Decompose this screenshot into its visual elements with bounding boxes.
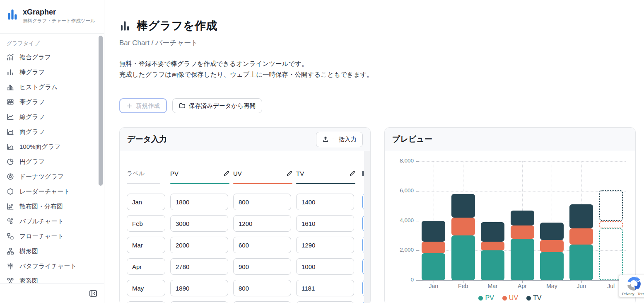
bar-segment-pv[interactable] [540, 252, 564, 280]
bulk-input-button[interactable]: 一括入力 [316, 132, 363, 147]
bar-segment-tv[interactable] [481, 222, 504, 241]
row-value-input[interactable] [296, 215, 354, 232]
data-input-panel: データ入力 一括入力 ラベルPVUVTV [119, 127, 371, 303]
bar-segment-tv[interactable] [540, 223, 564, 240]
row-value-input[interactable] [296, 194, 354, 210]
area-chart-icon [7, 128, 14, 136]
tree-diagram-icon [7, 247, 14, 255]
butterfly-chart-icon [7, 262, 14, 270]
sidebar-item-band-chart[interactable]: 帯グラフ [0, 95, 104, 109]
edit-pencil-icon[interactable] [349, 170, 355, 177]
row-label-input[interactable] [127, 280, 165, 296]
resume-saved-data-button[interactable]: 保存済みデータから再開 [172, 98, 262, 113]
sidebar-item-label: レーダーチャート [19, 188, 70, 196]
sidebar-item-label: 100%面グラフ [19, 143, 60, 151]
bar-segment-uv[interactable] [569, 228, 593, 245]
chart-legend: PVUVTV [385, 294, 635, 302]
row-label-input[interactable] [127, 258, 165, 275]
row-value-input[interactable] [170, 258, 228, 275]
sidebar-item-butterfly-chart[interactable]: バタフライチャート [0, 259, 104, 274]
bar-segment-uv[interactable] [481, 242, 504, 251]
row-label-input[interactable] [127, 194, 165, 210]
sidebar-item-bubble-chart[interactable]: バブルチャート [0, 214, 104, 229]
band-chart-icon [7, 98, 14, 106]
column-header-series: UV [233, 170, 292, 177]
bar-segment-tv[interactable] [569, 204, 593, 228]
row-value-input[interactable] [170, 280, 228, 296]
bar-segment-uv[interactable] [540, 240, 564, 252]
preview-panel: プレビュー 02,0004,0006,0008,000JanFebMarAprM… [384, 127, 636, 303]
sidebar-collapse-button[interactable] [89, 289, 97, 298]
new-chart-button[interactable]: 新規作成 [119, 98, 167, 113]
row-value-input[interactable] [296, 301, 354, 303]
recaptcha-privacy-terms[interactable]: Privacy - Terms [622, 292, 644, 296]
sidebar-item-label: 散布図・分布図 [19, 203, 63, 211]
edit-pencil-icon[interactable] [286, 170, 292, 177]
description-line-1: 無料・登録不要で棒グラフを作成できるオンラインツールです。 [119, 58, 373, 69]
x-axis-label: Apr [510, 283, 535, 289]
recaptcha-badge[interactable]: Privacy - Terms [619, 275, 644, 297]
sidebar-item-bar-chart[interactable]: 棒グラフ [0, 65, 104, 80]
legend-item: TV [526, 294, 541, 302]
sidebar-item-area-100-chart[interactable]: 100%面グラフ [0, 139, 104, 154]
sidebar-item-label: フローチャート [19, 233, 64, 240]
row-label-input[interactable] [127, 301, 165, 303]
row-value-input[interactable] [296, 258, 354, 275]
sidebar-item-combo-chart[interactable]: 複合グラフ [0, 50, 104, 65]
sidebar-item-histogram[interactable]: ヒストグラム [0, 80, 104, 95]
bar-segment-uv[interactable] [422, 242, 445, 254]
bar-segment-uv[interactable] [451, 218, 475, 235]
row-value-input[interactable] [170, 301, 228, 303]
x-axis-label: Jun [569, 283, 594, 289]
preview-panel-title: プレビュー [392, 134, 432, 145]
sidebar-item-label: 円グラフ [19, 158, 45, 166]
edit-pencil-icon[interactable] [223, 170, 229, 177]
bar-segment-pv[interactable] [481, 250, 504, 280]
sidebar-item-pie-chart[interactable]: 円グラフ [0, 154, 104, 169]
column-header-series: PV [170, 170, 229, 177]
y-axis-tick [416, 250, 419, 251]
row-value-input[interactable] [233, 215, 291, 232]
flow-chart-icon [7, 233, 14, 240]
bar-segment-uv[interactable] [511, 225, 534, 239]
sidebar-item-scatter-plot[interactable]: 散布図・分布図 [0, 199, 104, 214]
data-table-scrollbar[interactable] [364, 151, 370, 303]
bar-segment-tv[interactable] [511, 211, 534, 225]
row-value-input[interactable] [170, 215, 228, 232]
sidebar-item-tree-diagram[interactable]: 樹形図 [0, 244, 104, 259]
sidebar-item-line-chart[interactable]: 線グラフ [0, 109, 104, 124]
row-value-input[interactable] [233, 301, 291, 303]
clipped-column-fragment [362, 171, 364, 176]
row-value-input[interactable] [296, 280, 354, 296]
bar-segment-pv[interactable] [511, 239, 534, 280]
sidebar-item-flow-chart[interactable]: フローチャート [0, 229, 104, 244]
row-label-input[interactable] [127, 237, 165, 253]
row-value-input[interactable] [233, 258, 291, 275]
bar-segment-pv[interactable] [599, 228, 623, 280]
legend-label: PV [485, 294, 494, 302]
histogram-icon [7, 83, 14, 91]
row-value-input[interactable] [233, 237, 291, 253]
row-value-input[interactable] [296, 237, 354, 253]
legend-item: UV [502, 294, 518, 302]
bar-segment-tv[interactable] [599, 190, 623, 221]
sidebar-item-radar-chart[interactable]: レーダーチャート [0, 184, 104, 199]
bar-segment-uv[interactable] [599, 221, 623, 228]
sidebar-scrollbar[interactable] [99, 36, 103, 186]
bar-segment-tv[interactable] [451, 194, 475, 218]
row-value-input[interactable] [170, 237, 228, 253]
row-value-input[interactable] [233, 194, 291, 210]
bar-segment-pv[interactable] [451, 235, 475, 280]
sidebar-item-donut-chart[interactable]: ドーナツグラフ [0, 169, 104, 184]
app-logo[interactable]: xGrapher 無料グラフ・チャート作成ツール [0, 0, 104, 34]
row-label-input[interactable] [127, 215, 165, 232]
page-title: 棒グラフを作成 [137, 18, 217, 33]
bar-segment-pv[interactable] [569, 245, 593, 280]
row-value-input[interactable] [170, 194, 228, 210]
row-value-input[interactable] [233, 280, 291, 296]
sidebar-item-area-chart[interactable]: 面グラフ [0, 124, 104, 139]
bar-segment-tv[interactable] [422, 221, 445, 242]
bar-segment-pv[interactable] [422, 253, 445, 280]
sidebar-item-family-tree[interactable]: 家系図 [0, 274, 104, 283]
page-description: 無料・登録不要で棒グラフを作成できるオンラインツールです。 完成したグラフは画像… [119, 58, 373, 80]
